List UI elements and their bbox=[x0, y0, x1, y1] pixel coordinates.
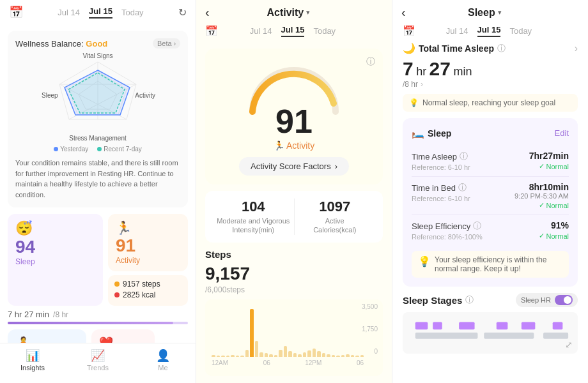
svg-rect-14 bbox=[553, 322, 563, 329]
intensity-metric: 104 Moderate and VigorousIntensity(min) bbox=[213, 199, 294, 235]
nav-me[interactable]: 👤 Me bbox=[130, 349, 196, 372]
sleep-chevron-icon[interactable]: › bbox=[575, 43, 578, 54]
efficiency-ref: Reference: 80%-100% bbox=[412, 233, 483, 241]
sleep-goal-chevron[interactable]: › bbox=[421, 80, 423, 89]
sleep-metric-efficiency: Sleep Efficiency ⓘ Reference: 80%-100% 9… bbox=[412, 215, 569, 246]
total-sleep-section: 🌙 Total Time Asleep ⓘ › 7 hr 27 min /8 h… bbox=[403, 42, 578, 89]
steps-bar-7 bbox=[245, 350, 249, 357]
steps-bar-10 bbox=[259, 352, 263, 357]
sleep-metric-time-asleep: Time Asleep ⓘ Reference: 6-10 hr 7hr27mi… bbox=[412, 146, 569, 177]
mid-date-jul15[interactable]: Jul 15 bbox=[281, 25, 305, 37]
time-in-bed-badge-text: Normal bbox=[546, 202, 569, 209]
sleep-goal-display: /8 hr bbox=[53, 310, 68, 319]
steps-bar-27 bbox=[341, 355, 345, 357]
mid-top-nav: ‹ Activity ▾ bbox=[196, 0, 392, 25]
chart-y-labels: 3,500 1,750 0 bbox=[362, 303, 378, 355]
steps-section-title: Steps bbox=[205, 249, 383, 260]
steps-main-value: 9,157 bbox=[205, 264, 383, 284]
activity-score-card: ⓘ 91 🏃 Activity Activity Score Fact bbox=[205, 49, 383, 184]
right-date-today[interactable]: Today bbox=[509, 26, 532, 36]
radar-label-top: Vital Signs bbox=[82, 52, 112, 59]
mid-date-nav: 📅 Jul 14 Jul 15 Today bbox=[196, 25, 392, 42]
time-in-bed-info-icon[interactable]: ⓘ bbox=[458, 182, 467, 193]
time-asleep-info-icon[interactable]: ⓘ bbox=[460, 151, 468, 162]
radar-label-right: Activity bbox=[135, 92, 155, 99]
sleep-goal-row: /8 hr › bbox=[403, 80, 578, 89]
trends-icon: 📈 bbox=[91, 349, 105, 363]
stages-info-icon[interactable]: ⓘ bbox=[465, 294, 474, 306]
svg-rect-13 bbox=[522, 322, 535, 329]
mid-date-today[interactable]: Today bbox=[313, 26, 336, 36]
time-in-bed-label-row: Time in Bed ⓘ bbox=[412, 182, 470, 193]
time-asleep-value: 7hr27min bbox=[529, 151, 569, 161]
sleep-note-text: Normal sleep, reaching your sleep goal bbox=[422, 98, 555, 107]
calories-value: 1097 bbox=[295, 199, 376, 215]
sleep-details-card: 🛏️ Sleep Edit Time Asleep ⓘ Reference: 6… bbox=[403, 118, 578, 287]
calories-metric: 1097 ActiveCalories(kcal) bbox=[295, 199, 376, 235]
mid-calendar-icon[interactable]: 📅 bbox=[205, 25, 218, 37]
svg-rect-10 bbox=[433, 322, 442, 329]
score-factors-button[interactable]: Activity Score Factors › bbox=[239, 157, 349, 176]
chevron-right-icon: › bbox=[174, 40, 176, 47]
steps-bars bbox=[212, 306, 376, 357]
right-back-icon[interactable]: ‹ bbox=[401, 5, 406, 20]
steps-section: Steps 9,157 /6,000steps 3,500 1,750 0 12… bbox=[196, 249, 392, 376]
trends-label: Trends bbox=[87, 364, 109, 372]
time-in-bed-label-col: Time in Bed ⓘ Reference: 6-10 hr bbox=[412, 182, 470, 202]
right-score-col: 🏃 91 Activity 9157 steps 2825 kcal bbox=[108, 214, 188, 306]
svg-rect-12 bbox=[497, 322, 508, 329]
nav-insights[interactable]: 📊 Insights bbox=[0, 349, 65, 372]
sleep-progress-bar bbox=[8, 322, 188, 324]
toggle-switch[interactable] bbox=[555, 295, 573, 305]
expand-icon[interactable]: ⤢ bbox=[565, 340, 573, 350]
steps-goal: /6,000steps bbox=[205, 285, 383, 294]
right-calendar-icon[interactable]: 📅 bbox=[403, 25, 415, 37]
radar-chart: Vital Signs Sleep Activity Stress Manage… bbox=[40, 52, 155, 142]
mid-date-jul14[interactable]: Jul 14 bbox=[250, 26, 272, 36]
refresh-icon[interactable]: ↻ bbox=[178, 6, 187, 19]
efficiency-bulb-icon: 💡 bbox=[418, 255, 431, 267]
sleep-min-label: min bbox=[453, 65, 472, 78]
right-title-arrow[interactable]: ▾ bbox=[498, 8, 502, 17]
steps-bar-19 bbox=[303, 352, 307, 357]
sleep-bar-fill bbox=[8, 322, 173, 324]
score-info-icon[interactable]: ⓘ bbox=[366, 56, 375, 68]
wellness-card: Wellness Balance: Good Beta › bbox=[8, 31, 188, 207]
sleep-score-value: 94 bbox=[15, 237, 95, 257]
edit-link[interactable]: Edit bbox=[555, 128, 569, 138]
steps-bar-24 bbox=[327, 354, 330, 357]
activity-score-value: 91 bbox=[116, 236, 180, 256]
steps-bar-21 bbox=[313, 349, 316, 356]
right-date-jul14[interactable]: Jul 14 bbox=[446, 26, 468, 36]
mid-title-arrow[interactable]: ▾ bbox=[306, 8, 310, 17]
radar-label-bottom: Stress Management bbox=[69, 135, 127, 142]
left-date-jul15[interactable]: Jul 15 bbox=[89, 6, 112, 19]
steps-bar-12 bbox=[269, 354, 273, 357]
stages-chart-svg bbox=[409, 319, 571, 347]
score-row: 😴 94 Sleep 🏃 91 Activity 9157 steps bbox=[8, 214, 188, 306]
left-date-today[interactable]: Today bbox=[121, 8, 144, 17]
svg-rect-16 bbox=[484, 333, 534, 339]
steps-bar-13 bbox=[274, 355, 278, 357]
beta-badge[interactable]: Beta › bbox=[153, 38, 180, 49]
mid-dates: Jul 14 Jul 15 Today bbox=[250, 25, 336, 37]
sleep-info-icon[interactable]: ⓘ bbox=[497, 43, 506, 54]
right-date-jul15[interactable]: Jul 15 bbox=[477, 25, 501, 37]
activity-score-label: Activity bbox=[116, 256, 180, 265]
efficiency-info-icon[interactable]: ⓘ bbox=[473, 220, 481, 232]
nav-trends[interactable]: 📈 Trends bbox=[65, 349, 130, 372]
svg-rect-15 bbox=[415, 333, 478, 339]
steps-bar-0 bbox=[212, 355, 215, 357]
time-asleep-badge: ✓ Normal bbox=[529, 162, 569, 170]
efficiency-value-col: 91% ✓ Normal bbox=[539, 220, 569, 240]
kcal-stat: 2825 kcal bbox=[114, 290, 182, 299]
mid-back-icon[interactable]: ‹ bbox=[205, 5, 210, 20]
efficiency-note: 💡 Your sleep efficiency is within the no… bbox=[412, 251, 569, 278]
time-asleep-badge-text: Normal bbox=[546, 163, 569, 170]
calendar-icon[interactable]: 📅 bbox=[9, 5, 23, 19]
left-panel: 📅 Jul 14 Jul 15 Today ↻ Wellness Balance… bbox=[0, 0, 196, 383]
sleep-hr-toggle[interactable]: Sleep HR bbox=[516, 293, 578, 307]
right-title: Sleep bbox=[468, 7, 495, 19]
me-label: Me bbox=[158, 364, 167, 372]
left-date-jul14[interactable]: Jul 14 bbox=[58, 8, 80, 17]
